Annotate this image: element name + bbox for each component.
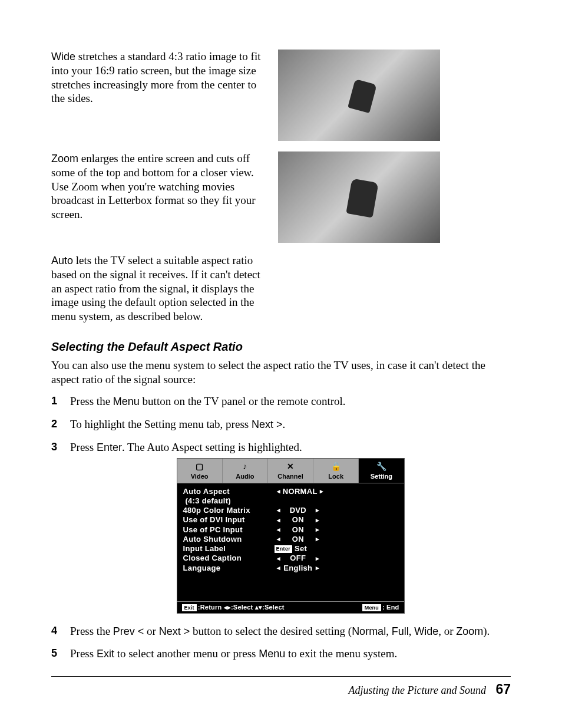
osd-row-value-wrap: ◂NORMAL▸ <box>275 487 398 496</box>
wide-body: stretches a standard 4:3 ratio image to … <box>51 50 260 104</box>
osd-menu: ▢Video ♪Audio ✕Channel 🔒Lock 🔧Setting Au… <box>177 458 405 613</box>
left-arrow-icon[interactable]: ◂ <box>275 516 283 525</box>
osd-body: Auto Aspect◂NORMAL▸ (4:3 default)480p Co… <box>177 483 404 601</box>
step-3: Press Enter. The Auto Aspect setting is … <box>51 440 511 614</box>
osd-row-value-wrap: EnterSet <box>275 544 398 554</box>
right-arrow-icon[interactable]: ▸ <box>313 506 322 515</box>
osd-tab-lock[interactable]: 🔒Lock <box>313 459 359 482</box>
section-intro: You can also use the menu system to sele… <box>51 358 511 387</box>
osd-row-label: Auto Aspect <box>183 487 275 496</box>
right-arrow-icon[interactable]: ▸ <box>313 516 322 525</box>
left-arrow-icon[interactable]: ◂ <box>275 487 283 496</box>
osd-foot-left: Exit:Return ◂▸:Select ▴▾:Select <box>182 603 285 612</box>
osd-row[interactable]: Closed Caption◂OFF▸ <box>183 554 398 563</box>
right-arrow-icon[interactable]: ▸ <box>313 526 322 534</box>
osd-row-value: NORMAL <box>283 487 318 496</box>
osd-foot: Exit:Return ◂▸:Select ▴▾:Select Menu: En… <box>177 601 404 613</box>
step-5: Press Exit to select another menu or pre… <box>51 647 511 661</box>
osd-row-value: DVD <box>283 506 313 515</box>
osd-row-label: Use of PC Input <box>183 525 275 535</box>
left-arrow-icon[interactable]: ◂ <box>275 526 283 534</box>
osd-row-value: OFF <box>283 554 313 563</box>
osd-row[interactable]: Auto Aspect◂NORMAL▸ <box>183 487 398 496</box>
zoom-image-col <box>278 151 511 243</box>
setting-icon: 🔧 <box>359 461 404 472</box>
osd-row[interactable]: Use of DVI Input◂ON▸ <box>183 515 398 525</box>
osd-row[interactable]: Auto Shutdown◂ON▸ <box>183 535 398 544</box>
osd-row-value: Set <box>295 544 307 554</box>
osd-row-value-wrap: ◂ON▸ <box>275 525 398 535</box>
osd-row-label: Input Label <box>183 544 275 554</box>
osd-row-label: Language <box>183 564 275 573</box>
footer-title: Adjusting the Picture and Sound <box>349 684 486 696</box>
right-arrow-icon[interactable]: ▸ <box>313 535 322 543</box>
steps-list: Press the Menu button on the TV panel or… <box>51 394 511 661</box>
lock-icon: 🔒 <box>313 461 358 472</box>
osd-row-label: Closed Caption <box>183 554 275 563</box>
osd-row-label: Use of DVI Input <box>183 515 275 525</box>
osd-tab-audio[interactable]: ♪Audio <box>223 459 268 482</box>
left-arrow-icon[interactable]: ◂ <box>275 535 283 543</box>
zoom-term: Zoom <box>51 153 78 164</box>
zoom-row: Zoom enlarges the entire screen and cuts… <box>51 151 511 243</box>
osd-row-label: Auto Shutdown <box>183 535 275 544</box>
auto-paragraph: Auto lets the TV select a suitable aspec… <box>51 253 266 324</box>
step-1: Press the Menu button on the TV panel or… <box>51 394 511 409</box>
auto-body: lets the TV select a suitable aspect rat… <box>51 254 260 322</box>
osd-foot-right: Menu: End <box>362 603 399 612</box>
osd-tab-setting[interactable]: 🔧Setting <box>359 459 404 482</box>
left-arrow-icon[interactable]: ◂ <box>275 555 283 563</box>
zoom-body: enlarges the entire screen and cuts off … <box>51 152 256 220</box>
osd-row[interactable]: (4:3 default) <box>183 496 398 506</box>
osd-row-value: ON <box>283 525 313 535</box>
right-arrow-icon[interactable]: ▸ <box>318 487 326 496</box>
wide-term: Wide <box>51 51 75 62</box>
right-arrow-icon[interactable]: ▸ <box>313 564 322 572</box>
osd-row[interactable]: Input LabelEnterSet <box>183 544 398 554</box>
osd-row-value-wrap: ◂ON▸ <box>275 535 398 544</box>
osd-row-label: 480p Color Matrix <box>183 506 275 515</box>
left-arrow-icon[interactable]: ◂ <box>275 564 283 572</box>
enter-badge: Enter <box>275 545 293 553</box>
osd-row-value: ON <box>283 515 313 525</box>
osd-row[interactable]: Use of PC Input◂ON▸ <box>183 525 398 535</box>
osd-tabs: ▢Video ♪Audio ✕Channel 🔒Lock 🔧Setting <box>177 459 404 483</box>
wide-row: Wide stretches a standard 4:3 ratio imag… <box>51 50 511 141</box>
video-icon: ▢ <box>177 461 222 472</box>
footer-page-number: 67 <box>495 681 511 697</box>
osd-row-value-wrap: ◂ON▸ <box>275 515 398 525</box>
zoom-example-image <box>278 151 440 243</box>
page-footer: Adjusting the Picture and Sound 67 <box>51 676 511 697</box>
page: Wide stretches a standard 4:3 ratio imag… <box>0 0 562 728</box>
channel-icon: ✕ <box>268 461 313 472</box>
section-heading: Selecting the Default Aspect Ratio <box>51 340 511 354</box>
osd-row-value: ON <box>283 535 313 544</box>
zoom-paragraph: Zoom enlarges the entire screen and cuts… <box>51 151 278 222</box>
wide-image-col <box>278 50 511 141</box>
osd-tab-channel[interactable]: ✕Channel <box>268 459 313 482</box>
step-4: Press the Prev < or Next > button to sel… <box>51 624 511 639</box>
osd-row-value-wrap: ◂DVD▸ <box>275 506 398 515</box>
audio-icon: ♪ <box>223 461 267 472</box>
wide-example-image <box>278 50 440 141</box>
osd-row-value-wrap: ◂English▸ <box>275 564 398 573</box>
right-arrow-icon[interactable]: ▸ <box>313 555 322 563</box>
osd-row-label: (4:3 default) <box>183 496 275 506</box>
left-arrow-icon[interactable]: ◂ <box>275 506 283 515</box>
wide-paragraph: Wide stretches a standard 4:3 ratio imag… <box>51 50 278 106</box>
osd-row[interactable]: 480p Color Matrix◂DVD▸ <box>183 506 398 515</box>
osd-row-value: English <box>283 564 313 573</box>
auto-term: Auto <box>51 255 73 266</box>
osd-tab-video[interactable]: ▢Video <box>177 459 223 482</box>
osd-row[interactable]: Language◂English▸ <box>183 564 398 573</box>
step-2: To highlight the Setting menu tab, press… <box>51 417 511 432</box>
osd-row-value-wrap: ◂OFF▸ <box>275 554 398 563</box>
